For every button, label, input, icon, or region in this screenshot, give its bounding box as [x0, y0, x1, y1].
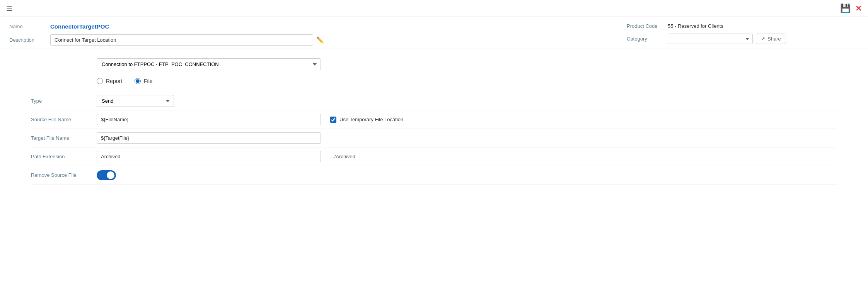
use-temp-label: Use Temporary File Location: [339, 117, 403, 122]
type-select[interactable]: Send Receive: [97, 95, 174, 107]
type-label: Type: [31, 98, 97, 104]
source-file-name-content: Use Temporary File Location: [97, 114, 837, 125]
hamburger-icon[interactable]: ☰: [6, 4, 12, 13]
path-extension-input[interactable]: [97, 151, 321, 162]
product-code-row: Product Code 55 - Reserved for Clients: [627, 23, 859, 29]
description-input-wrapper: ✏️: [50, 34, 611, 46]
header-left: Name ConnectorTargetPOC Description ✏️: [9, 23, 611, 46]
name-label: Name: [9, 24, 44, 29]
use-temp-checkbox[interactable]: [330, 117, 336, 123]
radio-file-option[interactable]: File: [135, 78, 153, 84]
product-code-value: 55 - Reserved for Clients: [668, 23, 723, 29]
path-display: .../Archived: [330, 154, 355, 159]
radio-report-input[interactable]: [97, 78, 103, 84]
path-extension-content: .../Archived: [97, 151, 837, 162]
share-button[interactable]: ↗ Share: [756, 34, 786, 44]
description-row: Description ✏️: [9, 34, 611, 46]
header-right: Product Code 55 - Reserved for Clients C…: [627, 23, 859, 46]
target-file-name-content: [97, 132, 837, 144]
toggle-slider: [97, 170, 116, 180]
save-icon[interactable]: 💾: [840, 3, 851, 14]
share-label: Share: [767, 36, 781, 42]
use-temp-option[interactable]: Use Temporary File Location: [330, 117, 403, 123]
source-file-name-input[interactable]: [97, 114, 321, 125]
remove-source-file-content: [97, 170, 837, 180]
description-label: Description: [9, 37, 44, 43]
name-value: ConnectorTargetPOC: [50, 23, 109, 30]
name-row: Name ConnectorTargetPOC: [9, 23, 611, 30]
target-file-name-label: Target File Name: [31, 135, 97, 141]
connection-select[interactable]: Connection to FTPPOC - FTP_POC_CONNECTIO…: [97, 58, 321, 70]
remove-source-file-row: Remove Source File: [31, 166, 837, 185]
description-input[interactable]: [50, 34, 313, 46]
target-file-name-row: Target File Name: [31, 129, 837, 147]
category-select[interactable]: [668, 34, 753, 44]
header-section: Name ConnectorTargetPOC Description ✏️ P…: [0, 17, 868, 49]
edit-icon[interactable]: ✏️: [316, 36, 324, 44]
radio-file-label: File: [144, 78, 153, 84]
close-icon[interactable]: ✕: [855, 4, 862, 13]
share-icon: ↗: [761, 36, 765, 42]
product-code-label: Product Code: [627, 23, 662, 29]
radio-file-input[interactable]: [135, 78, 141, 84]
radio-report-option[interactable]: Report: [97, 78, 122, 84]
path-extension-row: Path Extension .../Archived: [31, 147, 837, 166]
category-select-wrapper: ↗ Share: [668, 34, 786, 44]
source-file-name-row: Source File Name Use Temporary File Loca…: [31, 110, 837, 129]
category-row: Category ↗ Share: [627, 34, 859, 44]
type-content: Send Receive: [97, 95, 837, 107]
radio-row: Report File: [97, 78, 837, 84]
path-extension-label: Path Extension: [31, 154, 97, 159]
remove-source-file-label: Remove Source File: [31, 172, 97, 178]
target-file-name-input[interactable]: [97, 132, 321, 144]
category-label: Category: [627, 36, 662, 42]
toolbar-right: 💾 ✕: [840, 3, 862, 14]
toolbar-left: ☰: [6, 4, 12, 13]
type-row: Type Send Receive: [31, 92, 837, 110]
connection-row: Connection to FTPPOC - FTP_POC_CONNECTIO…: [97, 58, 837, 70]
remove-source-toggle[interactable]: [97, 170, 116, 180]
form-fields: Type Send Receive Source File Name Use T…: [31, 92, 837, 185]
top-toolbar: ☰ 💾 ✕: [0, 0, 868, 17]
source-file-name-label: Source File Name: [31, 117, 97, 122]
main-content: Connection to FTPPOC - FTP_POC_CONNECTIO…: [0, 49, 868, 194]
radio-report-label: Report: [106, 78, 122, 84]
